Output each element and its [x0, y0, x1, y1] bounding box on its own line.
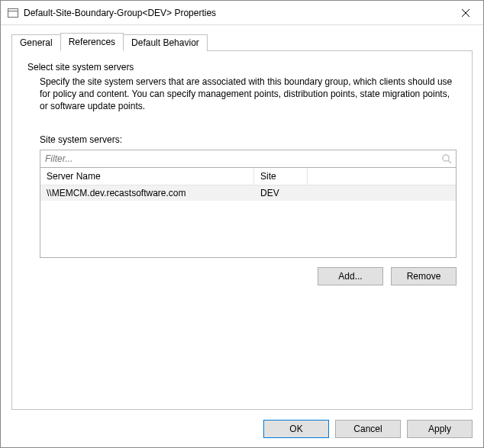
dialog-body: General References Default Behavior Sele…	[1, 25, 483, 411]
table-row[interactable]: \\MEMCM.dev.recastsoftware.com DEV	[40, 185, 456, 201]
tab-label: General	[20, 37, 53, 48]
column-header-site[interactable]: Site	[254, 168, 308, 185]
servers-grid[interactable]: Server Name Site \\MEMCM.dev.recastsoftw…	[40, 168, 457, 258]
cell-site: DEV	[254, 185, 308, 201]
svg-line-5	[448, 160, 451, 163]
close-icon	[462, 9, 469, 17]
cancel-button[interactable]: Cancel	[335, 420, 401, 438]
button-label: Remove	[407, 271, 441, 282]
tab-label: Default Behavior	[131, 37, 199, 48]
filter-input[interactable]	[40, 150, 437, 167]
window-title: Default-Site-Boundary-Group<DEV> Propert…	[24, 8, 448, 18]
section-heading: Select site system servers	[27, 62, 457, 73]
section-description: Specify the site system servers that are…	[40, 76, 457, 113]
button-label: Cancel	[353, 424, 382, 434]
dialog-footer: OK Cancel Apply	[1, 411, 483, 447]
search-icon	[437, 153, 456, 164]
tab-default-behavior[interactable]: Default Behavior	[123, 34, 208, 51]
button-label: Apply	[428, 424, 451, 434]
tab-references[interactable]: References	[60, 33, 124, 51]
svg-point-4	[443, 154, 449, 160]
window-icon	[7, 7, 19, 19]
close-button[interactable]	[448, 1, 483, 25]
remove-button[interactable]: Remove	[391, 267, 457, 285]
ok-button[interactable]: OK	[263, 420, 329, 438]
list-label: Site system servers:	[40, 134, 457, 145]
filter-box	[40, 150, 457, 168]
tab-label: References	[69, 37, 115, 47]
grid-buttons: Add... Remove	[40, 267, 457, 285]
title-bar: Default-Site-Boundary-Group<DEV> Propert…	[1, 1, 483, 25]
grid-header-row: Server Name Site	[40, 168, 456, 185]
button-label: Add...	[338, 271, 362, 282]
cell-server-name: \\MEMCM.dev.recastsoftware.com	[40, 185, 254, 201]
add-button[interactable]: Add...	[318, 267, 383, 285]
svg-rect-0	[8, 8, 18, 17]
apply-button[interactable]: Apply	[407, 420, 473, 438]
column-header-server-name[interactable]: Server Name	[40, 168, 254, 185]
tab-panel-references: Select site system servers Specify the s…	[11, 50, 473, 410]
tab-strip: General References Default Behavior	[11, 33, 473, 51]
button-label: OK	[289, 424, 302, 434]
tab-general[interactable]: General	[11, 34, 61, 51]
